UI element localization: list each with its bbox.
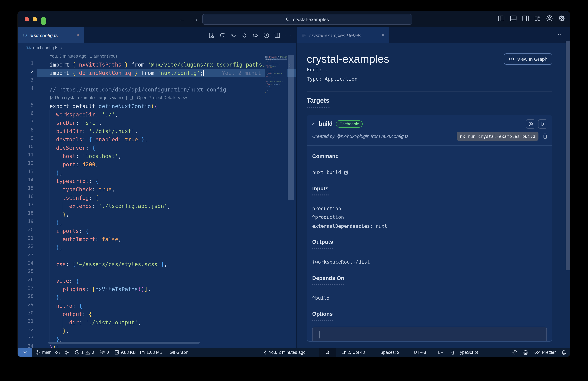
code-line[interactable]: 18}, bbox=[18, 210, 296, 219]
eol-item[interactable]: LF bbox=[438, 348, 443, 357]
codelens-run-link[interactable]: Run crystal-examples targets via nx bbox=[55, 95, 123, 100]
panel-scrollbar[interactable] bbox=[566, 41, 570, 270]
more-actions-icon[interactable]: ··· bbox=[285, 32, 292, 38]
code-line[interactable]: 4// https://nuxt.com/docs/api/configurat… bbox=[18, 85, 296, 94]
line-number: 19 bbox=[18, 219, 37, 227]
editor-horizontal-scrollbar[interactable] bbox=[48, 342, 200, 344]
codelens-open-details-link[interactable]: Open Project Details View bbox=[137, 95, 187, 100]
problems-item[interactable]: 1 0 bbox=[75, 350, 94, 355]
breadcrumb-file[interactable]: nuxt.config.ts bbox=[33, 45, 58, 50]
code-line[interactable]: 15typeCheck: true, bbox=[18, 185, 296, 194]
code-line[interactable]: 22}, bbox=[18, 244, 296, 252]
code-line[interactable]: 8buildDir: './dist/.nuxt', bbox=[18, 127, 296, 135]
language-mode-item[interactable]: {}TypeScript bbox=[451, 348, 478, 357]
toggle-secondary-sidebar-icon[interactable] bbox=[522, 15, 529, 22]
close-window-button[interactable] bbox=[25, 17, 29, 22]
code-line[interactable]: 20imports: { bbox=[18, 227, 296, 235]
open-preview-icon[interactable] bbox=[208, 32, 214, 38]
close-tab-icon[interactable]: × bbox=[76, 32, 79, 38]
code-line[interactable]: 30output: { bbox=[18, 310, 296, 318]
account-icon[interactable] bbox=[546, 15, 553, 22]
code-line[interactable]: 14typescript: { bbox=[18, 177, 296, 185]
code-line[interactable]: 26vite: { bbox=[18, 277, 296, 285]
code-line[interactable]: 10devServer: { bbox=[18, 144, 296, 152]
copy-icon[interactable] bbox=[542, 134, 547, 139]
cursor-position-item[interactable]: Ln 2, Col 48 bbox=[342, 348, 365, 357]
code-editor[interactable]: You, 3 minutes ago | 1 author (You)1impo… bbox=[18, 52, 296, 348]
options-json-editor[interactable]: { "cwd": "." } bbox=[312, 327, 547, 342]
external-link-icon[interactable] bbox=[344, 170, 349, 175]
code-line[interactable]: 19}, bbox=[18, 219, 296, 227]
code-line[interactable]: 5export default defineNuxtConfig({ bbox=[18, 102, 296, 110]
close-panel-tab-icon[interactable]: × bbox=[381, 32, 385, 38]
remote-indicator[interactable]: >< bbox=[18, 348, 32, 357]
run-target-button[interactable] bbox=[538, 119, 547, 129]
file-size-item[interactable]: 9.88 KB | 1.03 MB bbox=[115, 350, 163, 355]
nav-dot-circle-icon[interactable] bbox=[241, 32, 247, 38]
customize-layout-icon[interactable] bbox=[534, 15, 541, 22]
code-line[interactable]: 6workspaceDir: './', bbox=[18, 110, 296, 119]
code-line[interactable]: 32}, bbox=[18, 327, 296, 335]
code-line[interactable]: 7srcDir: 'src', bbox=[18, 119, 296, 127]
git-graph-item[interactable]: Git Graph bbox=[169, 350, 188, 355]
code-line[interactable]: 23 bbox=[18, 252, 296, 260]
code-line[interactable]: 29nitro: { bbox=[18, 302, 296, 310]
code-line[interactable]: 13}, bbox=[18, 169, 296, 177]
settings-gear-icon[interactable] bbox=[558, 15, 565, 22]
code-line[interactable]: 17extends: './tsconfig.app.json', bbox=[18, 202, 296, 210]
code-line[interactable]: 9devtools: { enabled: true }, bbox=[18, 135, 296, 144]
chevron-up-icon[interactable] bbox=[312, 123, 316, 125]
minimap[interactable]: You, 3 minutes ago | 1 author (You)impor… bbox=[265, 54, 287, 348]
blame-status-item[interactable]: You, 2 minutes ago bbox=[264, 348, 306, 357]
code-line[interactable]: 2import { defineNuxtConfig } from 'nuxt/… bbox=[18, 69, 296, 77]
view-target-graph-button[interactable] bbox=[526, 119, 535, 129]
formatter-item[interactable]: Prettier bbox=[534, 350, 556, 355]
code-line[interactable]: 24css: ['~/assets/css/styles.scss'], bbox=[18, 260, 296, 269]
indentation-item[interactable]: Spaces: 2 bbox=[380, 348, 399, 357]
code-line[interactable]: 3 bbox=[18, 77, 296, 85]
nav-back-circle-icon[interactable] bbox=[230, 32, 236, 38]
tab-nuxt-config[interactable]: TS nuxt.config.ts × bbox=[18, 27, 84, 43]
code-line[interactable]: 28}, bbox=[18, 293, 296, 302]
line-number: 8 bbox=[18, 127, 37, 135]
code-line[interactable]: 34}); bbox=[18, 343, 296, 348]
zoom-status-item[interactable] bbox=[319, 348, 336, 357]
code-line[interactable]: 27plugins: [nxViteTsPaths()], bbox=[18, 285, 296, 293]
encoding-item[interactable]: UTF-8 bbox=[414, 348, 426, 357]
toggle-panel-icon[interactable] bbox=[510, 15, 517, 22]
code-line[interactable]: 12port: 4200, bbox=[18, 160, 296, 169]
squirrel-icon[interactable] bbox=[512, 350, 517, 355]
editor-vertical-scrollbar[interactable] bbox=[288, 55, 294, 200]
breadcrumb[interactable]: TS nuxt.config.ts › ... bbox=[18, 43, 296, 52]
source-control-graph-item[interactable] bbox=[65, 350, 69, 355]
git-branch-item[interactable]: main bbox=[36, 350, 52, 355]
codelens-row[interactable]: Run crystal-examples targets via nx|Open… bbox=[18, 94, 296, 102]
navigate-forward-button[interactable]: → bbox=[192, 15, 198, 24]
code-line[interactable]: 16tsConfig: { bbox=[18, 194, 296, 202]
code-line[interactable]: 21autoImport: false, bbox=[18, 235, 296, 244]
code-line[interactable]: 31dir: './dist/.output', bbox=[18, 318, 296, 327]
forwarded-ports-item[interactable]: 0 bbox=[100, 350, 109, 355]
nx-run-command[interactable]: nx run crystal-examples:build bbox=[457, 132, 539, 141]
breadcrumb-more[interactable]: ... bbox=[64, 45, 68, 50]
copilot-icon[interactable] bbox=[523, 350, 528, 355]
code-line[interactable]: 1import { nxViteTsPaths } from '@nx/vite… bbox=[18, 61, 296, 69]
panel-more-actions-icon[interactable]: ··· bbox=[558, 31, 564, 37]
command-center-search[interactable]: crystal-examples bbox=[202, 14, 412, 25]
toggle-primary-sidebar-icon[interactable] bbox=[498, 15, 504, 22]
navigate-back-button[interactable]: ← bbox=[179, 15, 185, 24]
timeline-history-icon[interactable] bbox=[263, 32, 269, 38]
code-line[interactable]: 11host: 'localhost', bbox=[18, 152, 296, 160]
nav-forward-circle-icon[interactable] bbox=[252, 32, 258, 38]
view-in-graph-button[interactable]: View In Graph bbox=[504, 53, 552, 65]
code-line[interactable]: 25 bbox=[18, 269, 296, 277]
maximize-window-button[interactable] bbox=[41, 17, 46, 25]
notifications-bell-icon[interactable] bbox=[562, 350, 566, 355]
tab-project-details[interactable]: crystal-examples Details × bbox=[297, 27, 389, 43]
screen: ← → crystal-examples TS bbox=[0, 0, 588, 381]
split-editor-icon[interactable] bbox=[274, 32, 280, 38]
refresh-icon[interactable] bbox=[219, 32, 225, 38]
minimize-window-button[interactable] bbox=[33, 17, 37, 22]
tab-label: nuxt.config.ts bbox=[30, 32, 58, 38]
publish-changes-item[interactable] bbox=[55, 350, 61, 355]
